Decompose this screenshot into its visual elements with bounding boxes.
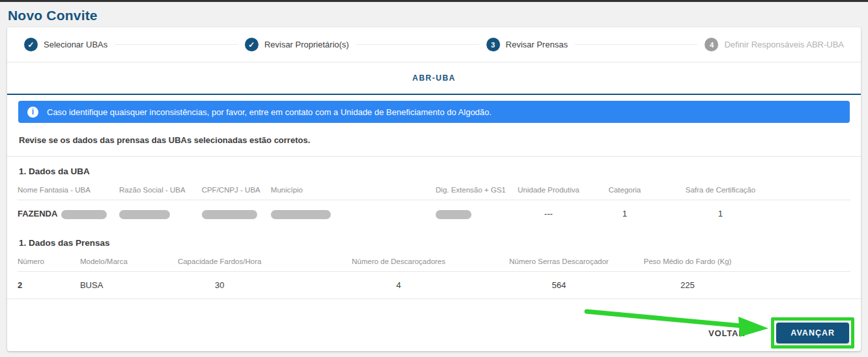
info-icon: i [27,107,38,118]
redacted-value [61,210,107,219]
redacted-value [119,210,170,219]
cell-peso-medio-fardo: 225 [613,272,762,299]
column-header: Número de Descaroçadores [292,250,505,271]
step-connector [115,44,238,45]
column-header: Categoria [591,179,659,200]
step-revisar-prensas[interactable]: 3 Revisar Prensas [486,38,568,51]
uba-table: Nome Fantasia - UBA Razão Social - UBA C… [18,179,850,228]
instruction-text: Revise se os dados das prensas das UBAs … [7,123,861,157]
column-header: Dig. Extensão + GS1 [436,179,507,200]
step-selecionar-ubas[interactable]: ✓ Selecionar UBAs [24,38,107,51]
wizard-card: ✓ Selecionar UBAs ✓ Revisar Proprietário… [7,27,861,351]
prensas-table-header: Número Modelo/Marca Capacidade Fardos/Ho… [18,250,850,272]
cell-modelo-marca: BUSA [80,272,147,299]
banner-text: Caso identifique quaisquer inconsistênci… [47,107,492,117]
uba-table-row: FAZENDA --- 1 1 [18,200,850,228]
column-header: Número Serras Descaroçador [505,250,613,271]
column-header: CPF/CNPJ - UBA [202,179,271,200]
page-title: Novo Convite [0,2,868,23]
cell-capacidade-fardos-hora: 30 [147,272,292,299]
footer: VOLTAR AVANÇAR [7,298,861,351]
column-header: Capacidade Fardos/Hora [147,250,292,271]
column-header: Unidade Produtiva [507,179,591,200]
stepper: ✓ Selecionar UBAs ✓ Revisar Proprietário… [7,27,861,62]
step-definir-responsaveis: 4 Definir Responsáveis ABR-UBA [705,38,844,51]
prensas-section-title: 1. Dados das Prensas [7,228,861,250]
step-check-icon: ✓ [24,38,38,51]
column-header: Safra de Certificação [659,179,782,200]
redacted-value [271,210,331,219]
step-label: Definir Responsáveis ABR-UBA [724,40,844,49]
cell-numero-descarocadores: 4 [292,272,505,299]
step-label: Revisar Proprietário(s) [264,40,349,49]
step-number-badge: 4 [705,38,718,51]
tab-bar: ABR-UBA [7,62,861,95]
cell-nome-fantasia: FAZENDA [18,200,119,228]
avancar-button[interactable]: AVANÇAR [776,323,849,343]
step-connector [575,44,698,45]
column-header: Modelo/Marca [80,250,147,271]
column-header: Número [18,250,80,271]
cell-municipio [271,200,436,228]
cell-safra-certificacao: 1 [659,200,782,228]
prensas-table-row: 2 BUSA 30 4 564 225 [18,272,850,299]
cell-numero: 2 [18,272,80,299]
cell-categoria: 1 [591,200,659,228]
column-header: Município [271,179,436,200]
column-header: Nome Fantasia - UBA [18,179,119,200]
prensas-table: Número Modelo/Marca Capacidade Fardos/Ho… [18,250,850,299]
cell-numero-serras-descarocador: 564 [505,272,613,299]
step-revisar-proprietarios[interactable]: ✓ Revisar Proprietário(s) [245,38,349,51]
step-label: Revisar Prensas [506,40,568,49]
redacted-value [202,210,257,219]
uba-section-title: 1. Dados da UBA [7,157,861,179]
step-label: Selecionar UBAs [44,40,107,49]
column-header: Razão Social - UBA [119,179,202,200]
avancar-highlight-box: AVANÇAR [771,317,854,349]
step-check-icon: ✓ [245,38,259,51]
step-number-badge: 3 [486,38,500,51]
tab-abr-uba[interactable]: ABR-UBA [399,64,469,92]
cell-dig-extensao-gs1 [436,200,507,228]
column-header: Peso Médio do Fardo (Kg) [613,250,762,271]
step-connector [356,44,479,45]
voltar-button[interactable]: VOLTAR [705,323,749,343]
cell-unidade-produtiva: --- [507,200,591,228]
uba-table-header: Nome Fantasia - UBA Razão Social - UBA C… [18,179,850,200]
info-banner: i Caso identifique quaisquer inconsistên… [18,101,850,123]
cell-cpf-cnpj [202,200,271,228]
cell-razao-social [119,200,202,228]
redacted-value [436,210,471,219]
